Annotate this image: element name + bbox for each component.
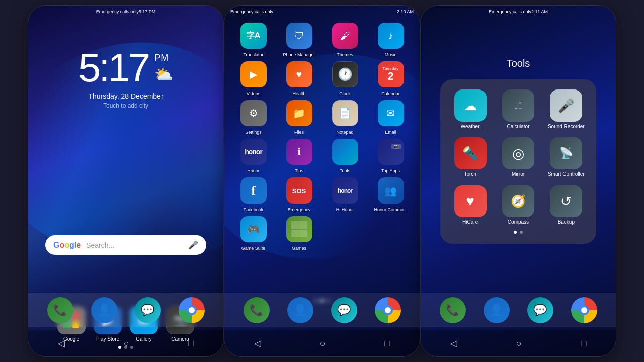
tool-smartcontroller[interactable]: 📡 Smart Controller — [546, 137, 586, 177]
tool-icon-mirror: ◎ — [502, 137, 534, 169]
dock3-chrome[interactable] — [571, 297, 597, 323]
dock2-chrome[interactable] — [375, 297, 401, 323]
app-facebook[interactable]: f Facebook — [232, 177, 274, 212]
tool-icon-soundrecorder: 🎤 — [550, 89, 582, 122]
app-phonemanager[interactable]: 🛡 Phone Manager — [278, 23, 320, 57]
app-gamesuite[interactable]: 🎮 Game Suite — [232, 216, 274, 251]
app-label-phonemanager: Phone Manager — [283, 52, 315, 57]
app-icon-notepad: 📄 — [332, 100, 358, 126]
app-label-hihonor: Hi Honor — [336, 207, 354, 212]
app-clock[interactable]: 🕐 Clock — [324, 61, 366, 96]
dock3-icon-phone: 📞 — [440, 297, 466, 323]
app-label-translator: Translator — [243, 52, 263, 57]
dock2-icon-chrome — [375, 297, 401, 323]
dock-chrome[interactable] — [179, 297, 205, 323]
app-emergency[interactable]: SOS Emergency — [278, 177, 320, 212]
app-icon-calendar: Tuesday 2 — [378, 61, 404, 87]
app-icon-honorcommunity: 👥 — [378, 177, 404, 204]
dock2-messages[interactable]: 💬 — [331, 297, 357, 323]
app-hihonor[interactable]: honor Hi Honor — [324, 177, 366, 212]
app-notepad[interactable]: 📄 Notepad — [324, 100, 366, 135]
tool-mirror[interactable]: ◎ Mirror — [498, 137, 538, 177]
app-videos[interactable]: ▶ Videos — [232, 61, 274, 96]
app-icon-emergency: SOS — [286, 177, 312, 204]
app-label-tips: Tips — [295, 168, 303, 173]
tool-icon-backup: ↺ — [550, 185, 582, 217]
app-games[interactable]: Games — [278, 216, 320, 251]
app-label-honor: Honor — [247, 168, 260, 173]
tool-compass[interactable]: 🧭 Compass — [498, 185, 538, 225]
app-label-camera: Camera — [171, 336, 189, 342]
dock3-contacts[interactable]: 👤 — [484, 297, 510, 323]
tool-calculator[interactable]: + × ÷ − Calculator — [498, 89, 538, 129]
google-search-bar[interactable]: Google Search... 🎤 — [45, 235, 206, 255]
tool-torch[interactable]: 🔦 Torch — [450, 137, 490, 177]
tools-grid: ☁ Weather + × ÷ − Calculator 🎤 Sound Rec… — [450, 89, 586, 225]
dock2-phone[interactable]: 📞 — [244, 297, 270, 323]
app-label-gamesuite: Game Suite — [242, 246, 266, 251]
app-honor[interactable]: honor Honor — [232, 139, 274, 173]
app-honorcommunity[interactable]: 👥 Honor Commu... — [370, 177, 412, 212]
dock-icon-chrome — [179, 297, 205, 323]
dock-icon-phone: 📞 — [47, 297, 73, 323]
tool-label-compass: Compass — [508, 219, 529, 225]
status-emergency-3: Emergency calls only — [489, 9, 531, 14]
tool-label-smartcontroller: Smart Controller — [548, 171, 585, 177]
tool-label-weather: Weather — [461, 124, 480, 129]
app-icon-topapps: 📸 — [378, 139, 404, 165]
app-music[interactable]: ♪ Music — [370, 23, 412, 57]
app-icon-hihonor: honor — [332, 177, 358, 204]
tool-weather[interactable]: ☁ Weather — [450, 89, 490, 129]
app-tools[interactable]: Tools — [324, 139, 366, 173]
app-icon-tools — [332, 139, 358, 165]
app-label-honorcommunity: Honor Commu... — [374, 207, 407, 212]
status-emergency-1: Emergency calls only — [96, 9, 139, 14]
app-label-videos: Videos — [247, 91, 260, 96]
app-email[interactable]: ✉ Email — [370, 100, 412, 135]
tool-label-calculator: Calculator — [507, 124, 529, 129]
app-icon-clock: 🕐 — [332, 61, 358, 87]
app-label-games: Games — [292, 246, 306, 251]
dock2-icon-messages: 💬 — [331, 297, 357, 323]
page-dots-1 — [118, 346, 133, 349]
search-placeholder: Search... — [86, 241, 183, 249]
app-files[interactable]: 📁 Files — [278, 100, 320, 135]
app-label-health: Health — [292, 91, 305, 96]
app-icon-videos: ▶ — [240, 61, 267, 87]
app-tips[interactable]: ℹ Tips — [278, 139, 320, 173]
app-label-themes: Themes — [337, 52, 353, 57]
dock3-phone[interactable]: 📞 — [440, 297, 466, 323]
tool-hicare[interactable]: ♥ HiCare — [450, 185, 490, 225]
google-logo: Google — [53, 241, 81, 250]
tool-soundrecorder[interactable]: 🎤 Sound Recorder — [546, 89, 586, 129]
app-icon-facebook: f — [240, 177, 267, 204]
status-time-1: 5:17 PM — [139, 9, 156, 14]
lock-ampm: PM — [154, 53, 168, 63]
dock-contacts[interactable]: 👤 — [91, 297, 117, 323]
tool-label-torch: Torch — [464, 171, 476, 177]
mic-icon[interactable]: 🎤 — [188, 240, 198, 250]
app-settings[interactable]: ⚙ Settings — [232, 100, 274, 135]
status-time-3: 2:11 AM — [531, 9, 548, 14]
tool-icon-hicare: ♥ — [454, 185, 487, 217]
app-calendar[interactable]: Tuesday 2 Calendar — [370, 61, 412, 96]
dock2-contacts[interactable]: 👤 — [287, 297, 313, 323]
app-label-emergency: Emergency — [288, 207, 311, 212]
app-translator[interactable]: 字A Translator — [232, 23, 274, 57]
status-bar-2: Emergency calls only 2:10 AM — [224, 6, 420, 18]
status-emergency-2: Emergency calls only — [230, 9, 273, 14]
tool-label-hicare: HiCare — [462, 219, 478, 225]
app-icon-games — [286, 216, 312, 242]
dock-phone[interactable]: 📞 — [47, 297, 73, 323]
app-label-tools: Tools — [340, 168, 350, 173]
dock-messages[interactable]: 💬 — [135, 297, 161, 323]
app-icon-gamesuite: 🎮 — [240, 216, 267, 242]
app-topapps[interactable]: 📸 Top Apps — [370, 139, 412, 173]
app-label-settings: Settings — [245, 130, 262, 135]
app-health[interactable]: ♥ Health — [278, 61, 320, 96]
dock3-messages[interactable]: 💬 — [527, 297, 553, 323]
app-themes[interactable]: 🖌 Themes — [324, 23, 366, 57]
lock-city: Touch to add city — [103, 102, 148, 109]
app-icon-honor: honor — [240, 139, 267, 165]
tool-backup[interactable]: ↺ Backup — [546, 185, 586, 225]
